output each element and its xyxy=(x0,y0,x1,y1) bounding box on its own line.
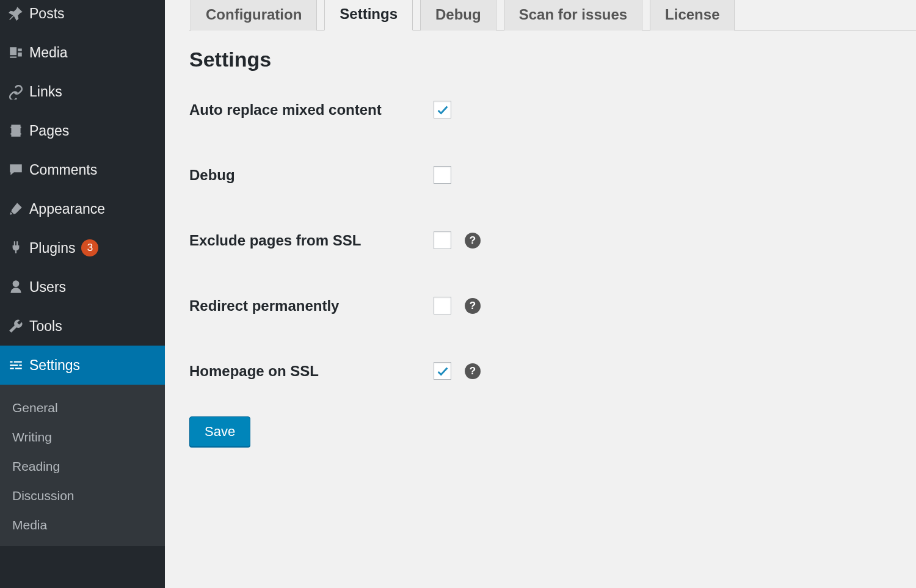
sliders-icon xyxy=(5,357,27,374)
page-title: Settings xyxy=(189,48,916,71)
sidebar-item-label: Appearance xyxy=(29,201,105,217)
sidebar-item-label: Links xyxy=(29,84,62,100)
brush-icon xyxy=(5,200,27,217)
sidebar-item-tools[interactable]: Tools xyxy=(0,307,165,346)
save-button[interactable]: Save xyxy=(189,416,250,447)
link-icon xyxy=(5,83,27,100)
sidebar-item-comments[interactable]: Comments xyxy=(0,150,165,189)
sidebar-menu: Posts Media Links Pages Comments Appeara xyxy=(0,0,165,385)
field-label: Homepage on SSL xyxy=(189,363,434,380)
sidebar-item-pages[interactable]: Pages xyxy=(0,111,165,150)
submenu-item-general[interactable]: General xyxy=(0,393,165,423)
tab-scan-for-issues[interactable]: Scan for issues xyxy=(504,0,642,31)
plugins-update-badge: 3 xyxy=(81,239,98,256)
settings-submenu: General Writing Reading Discussion Media xyxy=(0,385,165,546)
sidebar-item-posts[interactable]: Posts xyxy=(0,0,165,33)
main-content: Configuration Settings Debug Scan for is… xyxy=(165,0,916,588)
sidebar-item-label: Tools xyxy=(29,318,62,335)
sidebar-item-users[interactable]: Users xyxy=(0,267,165,307)
row-homepage-on-ssl: Homepage on SSL ? xyxy=(189,362,916,380)
tab-configuration[interactable]: Configuration xyxy=(191,0,317,31)
check-icon xyxy=(436,103,449,117)
redirect-permanently-checkbox[interactable] xyxy=(434,297,451,314)
auto-replace-mixed-content-checkbox[interactable] xyxy=(434,101,451,118)
tab-debug[interactable]: Debug xyxy=(420,0,496,31)
homepage-on-ssl-checkbox[interactable] xyxy=(434,362,451,380)
sidebar-item-appearance[interactable]: Appearance xyxy=(0,189,165,228)
tab-bar: Configuration Settings Debug Scan for is… xyxy=(189,0,916,31)
sidebar-item-label: Posts xyxy=(29,5,65,22)
row-exclude-pages-from-ssl: Exclude pages from SSL ? xyxy=(189,231,916,249)
submenu-item-writing[interactable]: Writing xyxy=(0,423,165,452)
sidebar-item-plugins[interactable]: Plugins 3 xyxy=(0,228,165,267)
submenu-item-reading[interactable]: Reading xyxy=(0,452,165,481)
sidebar-item-label: Plugins xyxy=(29,240,75,256)
sidebar-item-label: Settings xyxy=(29,357,80,374)
row-redirect-permanently: Redirect permanently ? xyxy=(189,297,916,314)
field-label: Redirect permanently xyxy=(189,297,434,314)
help-icon[interactable]: ? xyxy=(465,298,481,314)
tab-license[interactable]: License xyxy=(650,0,735,31)
check-icon xyxy=(436,365,449,378)
sidebar-item-links[interactable]: Links xyxy=(0,72,165,111)
exclude-pages-from-ssl-checkbox[interactable] xyxy=(434,231,451,249)
pin-icon xyxy=(5,5,27,22)
sidebar-item-label: Media xyxy=(29,45,68,61)
media-icon xyxy=(5,44,27,61)
submenu-item-media[interactable]: Media xyxy=(0,510,165,540)
sidebar-item-label: Users xyxy=(29,279,66,296)
field-label: Auto replace mixed content xyxy=(189,101,434,118)
sidebar-item-media[interactable]: Media xyxy=(0,33,165,72)
plug-icon xyxy=(5,239,27,256)
sidebar-item-settings[interactable]: Settings xyxy=(0,346,165,385)
submenu-item-discussion[interactable]: Discussion xyxy=(0,481,165,510)
sidebar-item-label: Comments xyxy=(29,162,97,178)
page-icon xyxy=(5,122,27,139)
comment-icon xyxy=(5,161,27,178)
debug-checkbox[interactable] xyxy=(434,166,451,184)
help-icon[interactable]: ? xyxy=(465,233,481,249)
settings-form: Auto replace mixed content Debug Exclude… xyxy=(189,101,916,447)
field-label: Exclude pages from SSL xyxy=(189,232,434,249)
help-icon[interactable]: ? xyxy=(465,363,481,379)
tab-settings[interactable]: Settings xyxy=(324,0,413,31)
field-label: Debug xyxy=(189,167,434,184)
wrench-icon xyxy=(5,318,27,335)
user-icon xyxy=(5,278,27,296)
admin-sidebar: Posts Media Links Pages Comments Appeara xyxy=(0,0,165,588)
sidebar-item-label: Pages xyxy=(29,123,69,139)
row-auto-replace-mixed-content: Auto replace mixed content xyxy=(189,101,916,118)
row-debug: Debug xyxy=(189,166,916,184)
